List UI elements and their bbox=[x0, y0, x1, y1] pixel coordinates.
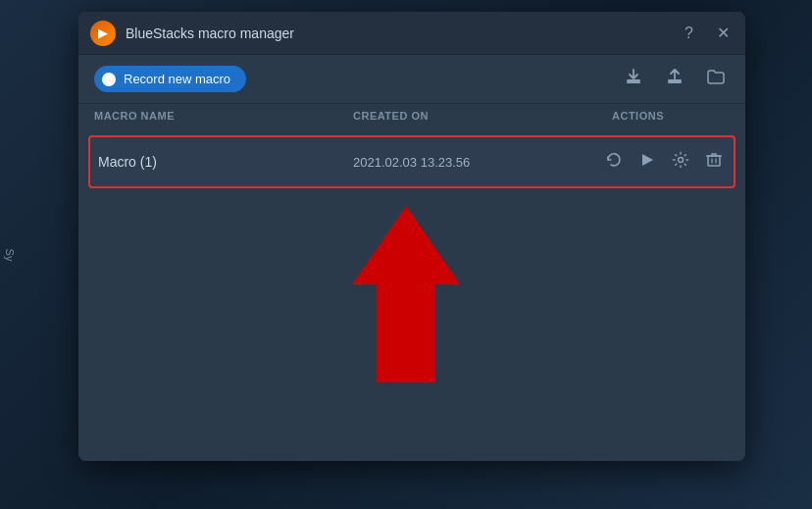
folder-button[interactable] bbox=[702, 65, 730, 93]
record-dot-icon bbox=[102, 73, 116, 86]
svg-rect-1 bbox=[627, 81, 640, 83]
close-button[interactable]: ✕ bbox=[713, 20, 734, 46]
sidebar-hint: Sy bbox=[0, 240, 20, 269]
macro-created-on: 2021.02.03 13.23.56 bbox=[353, 155, 608, 170]
delete-button[interactable] bbox=[702, 149, 726, 175]
window-title: BlueStacks macro manager bbox=[126, 25, 294, 41]
macro-row: Macro (1) 2021.02.03 13.23.56 bbox=[88, 135, 736, 188]
col-header-actions: ACTIONS bbox=[612, 110, 730, 122]
import-button[interactable] bbox=[620, 65, 647, 93]
settings-button[interactable] bbox=[669, 149, 692, 175]
record-button-label: Record new macro bbox=[124, 72, 230, 86]
col-header-created: CREATED ON bbox=[353, 110, 612, 122]
col-header-name: MACRO NAME bbox=[94, 110, 353, 122]
svg-point-5 bbox=[679, 158, 684, 163]
macro-actions bbox=[608, 149, 726, 175]
svg-rect-0 bbox=[627, 79, 640, 81]
toolbar: Record new macro bbox=[78, 55, 745, 104]
help-button[interactable]: ? bbox=[681, 21, 697, 46]
arrow-indicator bbox=[352, 206, 460, 382]
svg-rect-2 bbox=[668, 79, 682, 81]
arrow-stem bbox=[377, 284, 435, 382]
arrow-head bbox=[352, 206, 460, 284]
svg-rect-6 bbox=[708, 156, 720, 166]
replay-button[interactable] bbox=[602, 149, 626, 175]
svg-marker-4 bbox=[642, 154, 653, 166]
titlebar: ▶ BlueStacks macro manager ? ✕ bbox=[78, 12, 745, 55]
svg-rect-3 bbox=[668, 81, 682, 83]
macro-name: Macro (1) bbox=[98, 154, 353, 170]
export-button[interactable] bbox=[661, 65, 688, 93]
table-header: MACRO NAME CREATED ON ACTIONS bbox=[78, 104, 745, 127]
record-new-macro-button[interactable]: Record new macro bbox=[94, 66, 246, 92]
play-button[interactable] bbox=[635, 149, 659, 175]
app-icon: ▶ bbox=[90, 21, 116, 46]
